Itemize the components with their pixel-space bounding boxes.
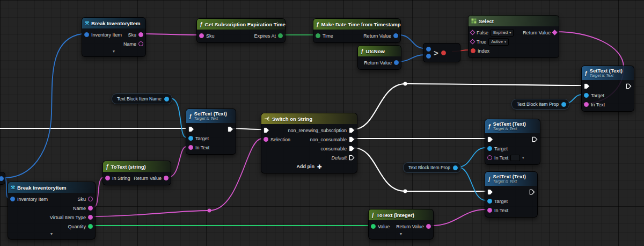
exec-in-pin[interactable] xyxy=(188,126,194,132)
exec-in-pin[interactable] xyxy=(487,189,493,195)
pin-value-input[interactable] xyxy=(371,224,376,229)
node-header[interactable]: Select xyxy=(469,16,559,26)
pin-inventory-item-input[interactable] xyxy=(84,32,89,37)
exec-case2-out-pin[interactable] xyxy=(349,136,355,142)
node-utcnow[interactable]: ƒ UtcNow Return Value xyxy=(357,45,401,70)
pin-return-value-output[interactable] xyxy=(393,33,398,38)
pin-sku-output[interactable] xyxy=(138,32,143,37)
node-get-subscription-expiration-time[interactable]: ƒ Get Subscription Expiration Time Sku E… xyxy=(196,18,286,43)
node-select[interactable]: Select False Expired▾ Return Value True … xyxy=(468,15,559,58)
node-header[interactable]: ƒ SetText (Text)Target is Text xyxy=(485,119,540,133)
node-header[interactable]: Switch on String xyxy=(261,113,357,124)
reroute-node-exec-top[interactable] xyxy=(404,82,407,86)
pin-row: Target xyxy=(485,197,537,206)
node-header[interactable]: ƒ UtcNow xyxy=(358,46,401,56)
node-header[interactable]: ƒ SetText (Text)Target is Text xyxy=(186,109,236,123)
node-header[interactable]: ⚒ Break InventoryItem xyxy=(82,18,145,28)
wire-itemname-to-target xyxy=(171,98,186,138)
false-value-dropdown[interactable]: Expired▾ xyxy=(491,29,514,37)
pin-target-input[interactable] xyxy=(188,136,193,141)
pin-return-value-output[interactable] xyxy=(552,30,558,35)
node-settext-middle[interactable]: ƒ SetText (Text)Target is Text Target In… xyxy=(186,108,236,155)
pin-variable-output[interactable] xyxy=(453,165,458,170)
pin-variable-output[interactable] xyxy=(561,102,566,107)
pin-label: consumable xyxy=(320,146,347,151)
pin-label: Value xyxy=(378,224,390,229)
node-header[interactable]: ƒ SetText (Text)Target is Text xyxy=(485,172,537,186)
variable-get-text-block-item-prop-lower[interactable]: Text Block Item Prop xyxy=(403,162,461,173)
pin-name-output[interactable] xyxy=(138,41,143,46)
pin-quantity-output[interactable] xyxy=(88,224,93,229)
exec-in-pin[interactable] xyxy=(487,136,493,142)
pin-true-input[interactable] xyxy=(470,39,475,45)
node-header[interactable]: ⚒ Break InventoryItem xyxy=(8,182,95,193)
pin-in-text-input[interactable] xyxy=(487,155,492,160)
pin-inventory-item-input[interactable] xyxy=(10,197,15,201)
pin-virtual-item-type-output[interactable] xyxy=(88,215,93,220)
in-text-value-field[interactable] xyxy=(510,155,520,161)
add-pin-button[interactable]: Add pin ✚ xyxy=(261,162,357,171)
chevron-down-icon[interactable]: ▾ xyxy=(522,156,524,160)
pin-selection-input[interactable] xyxy=(264,137,268,142)
node-header[interactable]: ƒ ToText (string) xyxy=(103,161,171,172)
exec-out-pin[interactable] xyxy=(532,136,538,142)
pin-a-input[interactable] xyxy=(426,47,431,52)
blueprint-graph-canvas[interactable]: ⚒ Break InventoryItem Inventory Item Sku… xyxy=(0,0,644,246)
pin-target-input[interactable] xyxy=(487,199,492,204)
variable-get-text-block-item-name[interactable]: Text Block Item Name xyxy=(112,93,172,104)
exec-out-pin[interactable] xyxy=(529,189,535,195)
pin-target-input[interactable] xyxy=(584,93,589,98)
switch-icon xyxy=(264,116,270,121)
node-break-inventoryitem-top[interactable]: ⚒ Break InventoryItem Inventory Item Sku… xyxy=(82,17,146,57)
node-settext-top-right[interactable]: ƒ SetText (Text)Target is Text Target In… xyxy=(581,66,634,112)
collapse-arrow-icon[interactable]: ▼ xyxy=(8,231,95,237)
node-header[interactable]: ƒ ToText (integer) xyxy=(369,209,433,220)
node-make-datetime-from-timestamp[interactable]: ƒ Make Date Time from Timestamp Time Ret… xyxy=(313,18,401,43)
exec-out-pin[interactable] xyxy=(228,126,233,132)
pin-index-input[interactable] xyxy=(471,48,475,53)
pin-b-input[interactable] xyxy=(426,54,431,59)
reroute-node-string[interactable] xyxy=(208,209,211,213)
exec-case3-out-pin[interactable] xyxy=(349,146,355,151)
pin-sku-output[interactable] xyxy=(88,197,93,201)
exec-in-pin[interactable] xyxy=(264,127,269,133)
pin-bool-output[interactable] xyxy=(441,50,446,55)
collapse-arrow-icon[interactable]: ▼ xyxy=(82,48,145,54)
node-header[interactable]: ƒ Make Date Time from Timestamp xyxy=(313,19,400,30)
exec-default-out-pin[interactable] xyxy=(349,155,355,161)
pin-return-value-output[interactable] xyxy=(164,176,169,180)
exec-out-pin[interactable] xyxy=(626,83,632,89)
node-totext-string[interactable]: ƒ ToText (string) In String Return Value xyxy=(103,161,171,185)
pin-return-value-output[interactable] xyxy=(426,224,431,229)
pin-return-value-output[interactable] xyxy=(394,60,399,65)
exec-case1-out-pin[interactable] xyxy=(349,127,355,133)
pin-false-input[interactable] xyxy=(470,30,475,35)
pin-sku-input[interactable] xyxy=(199,33,204,38)
pin-in-string-input[interactable] xyxy=(105,176,110,180)
pin-in-text-input[interactable] xyxy=(487,208,492,213)
node-totext-integer[interactable]: ƒ ToText (integer) Value Return Value ▼ xyxy=(368,209,434,240)
node-settext-right-bottom[interactable]: ƒ SetText (Text)Target is Text Target In… xyxy=(485,171,538,218)
collapse-arrow-icon[interactable]: ▼ xyxy=(369,231,433,237)
pin-in-text-input[interactable] xyxy=(584,102,589,107)
pin-in-text-input[interactable] xyxy=(188,145,193,150)
true-value-dropdown[interactable]: Active▾ xyxy=(488,38,509,46)
offscreen-output-pin[interactable] xyxy=(0,176,4,181)
pin-row: In Text xyxy=(485,206,537,215)
pin-variable-output[interactable] xyxy=(164,97,169,102)
node-break-inventoryitem-bottom[interactable]: ⚒ Break InventoryItem Inventory Item Sku… xyxy=(8,182,96,240)
pin-expires-at-output[interactable] xyxy=(278,33,283,38)
offscreen-node[interactable] xyxy=(0,172,5,185)
exec-in-pin[interactable] xyxy=(584,83,590,89)
node-settext-right-middle[interactable]: ƒ SetText (Text)Target is Text Target In… xyxy=(485,119,540,165)
pin-name-output[interactable] xyxy=(88,206,93,211)
reroute-node-exec-bottom[interactable] xyxy=(404,190,407,193)
node-switch-on-string[interactable]: Switch on String non_renewing_subscripti… xyxy=(261,113,357,173)
node-header[interactable]: ƒ SetText (Text)Target is Text xyxy=(582,66,634,80)
pin-target-input[interactable] xyxy=(487,146,492,151)
pin-row: Inventory Item Sku xyxy=(82,30,145,39)
pin-time-input[interactable] xyxy=(316,33,320,38)
variable-get-text-block-item-prop-upper[interactable]: Text Block Item Prop xyxy=(511,99,569,110)
node-header[interactable]: ƒ Get Subscription Expiration Time xyxy=(197,19,285,30)
node-greater-than[interactable]: > xyxy=(423,43,460,62)
